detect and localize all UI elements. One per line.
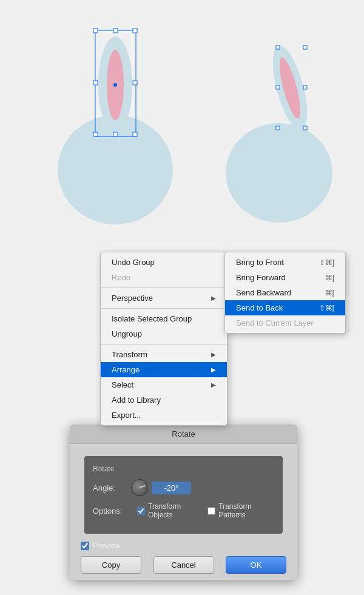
- menu-item-ungroup[interactable]: Ungroup: [101, 326, 227, 341]
- svg-rect-21: [303, 86, 307, 89]
- copy-button[interactable]: Copy: [81, 556, 141, 574]
- menu-item-send-to-back[interactable]: Send to Back ⇧⌘[: [225, 300, 345, 315]
- menu-item-bring-forward[interactable]: Bring Forward ⌘]: [225, 270, 345, 285]
- svg-rect-5: [133, 29, 137, 33]
- preview-label: Preview: [93, 541, 121, 550]
- transform-objects-label: Transform Objects: [148, 502, 201, 519]
- svg-rect-18: [276, 126, 280, 130]
- svg-rect-16: [276, 45, 280, 49]
- rotate-dialog: Rotate Rotate Angle: Options: Transform …: [70, 425, 297, 580]
- menu-item-add-to-library[interactable]: Add to Library: [101, 392, 227, 408]
- svg-rect-9: [113, 132, 118, 136]
- svg-rect-20: [276, 86, 280, 89]
- transform-patterns-option[interactable]: Transform Patterns: [207, 502, 274, 519]
- svg-rect-8: [113, 29, 118, 33]
- canvas-area: [0, 0, 364, 249]
- menu-item-perspective[interactable]: Perspective ▶: [101, 291, 227, 306]
- bunny-right: [218, 30, 340, 224]
- menu-item-export[interactable]: Export...: [101, 408, 227, 423]
- menu-item-redo: Redo: [101, 270, 227, 285]
- svg-rect-4: [93, 29, 98, 33]
- svg-rect-17: [303, 45, 307, 49]
- menu-item-arrange[interactable]: Arrange ▶: [101, 362, 227, 377]
- dialog-buttons: Copy Cancel OK: [78, 556, 289, 576]
- menu-separator-2: [101, 308, 227, 309]
- arrow-icon-arrange: ▶: [211, 366, 216, 373]
- arrow-icon-select: ▶: [211, 382, 216, 388]
- menu-separator-1: [101, 287, 227, 288]
- arrow-icon-transform: ▶: [211, 351, 216, 358]
- preview-row: Preview: [78, 541, 289, 550]
- context-menu: Undo Group Redo Perspective ▶ Isolate Se…: [100, 252, 228, 426]
- angle-label: Angle:: [93, 483, 126, 492]
- svg-rect-6: [93, 132, 98, 136]
- options-row: Options: Transform Objects Transform Pat…: [93, 502, 274, 519]
- ok-button[interactable]: OK: [226, 556, 286, 574]
- menu-item-bring-to-front[interactable]: Bring to Front ⇧⌘]: [225, 255, 345, 270]
- dialog-title-bar: Rotate: [70, 425, 297, 444]
- dialog-body: Rotate Angle: Options: Transform Objects…: [84, 456, 283, 534]
- svg-rect-10: [93, 81, 98, 85]
- angle-row: Angle:: [93, 479, 274, 496]
- cancel-button[interactable]: Cancel: [153, 556, 214, 574]
- svg-point-12: [113, 83, 117, 87]
- transform-objects-option[interactable]: Transform Objects: [137, 502, 201, 519]
- menu-item-undo-group[interactable]: Undo Group: [101, 255, 227, 270]
- svg-rect-11: [133, 81, 137, 85]
- menu-item-select[interactable]: Select ▶: [101, 377, 227, 392]
- arrow-icon: ▶: [211, 295, 216, 301]
- menu-item-send-backward[interactable]: Send Backward ⌘[: [225, 285, 345, 300]
- shortcut-bring-forward: ⌘]: [325, 274, 334, 282]
- shortcut-send-backward: ⌘[: [325, 289, 334, 297]
- angle-input[interactable]: [152, 482, 191, 494]
- menu-item-send-to-current-layer: Send to Current Layer: [225, 315, 345, 331]
- angle-dial-icon[interactable]: [131, 479, 148, 496]
- dialog-title: Rotate: [172, 429, 195, 439]
- svg-point-13: [226, 123, 332, 223]
- transform-patterns-label: Transform Patterns: [218, 502, 274, 519]
- shortcut-send-to-back: ⇧⌘[: [319, 304, 334, 312]
- menu-separator-3: [101, 344, 227, 345]
- bunny-left: [49, 18, 182, 224]
- dialog-section-label: Rotate: [93, 465, 274, 473]
- transform-patterns-checkbox[interactable]: [207, 507, 215, 515]
- menu-item-isolate-selected[interactable]: Isolate Selected Group: [101, 311, 227, 326]
- arrange-submenu: Bring to Front ⇧⌘] Bring Forward ⌘] Send…: [224, 252, 346, 334]
- preview-checkbox[interactable]: [81, 542, 89, 550]
- transform-objects-checkbox[interactable]: [137, 507, 145, 515]
- menu-item-transform[interactable]: Transform ▶: [101, 347, 227, 362]
- options-label: Options:: [93, 506, 126, 516]
- svg-rect-19: [303, 126, 307, 130]
- shortcut-bring-to-front: ⇧⌘]: [319, 258, 334, 267]
- svg-rect-7: [133, 132, 137, 136]
